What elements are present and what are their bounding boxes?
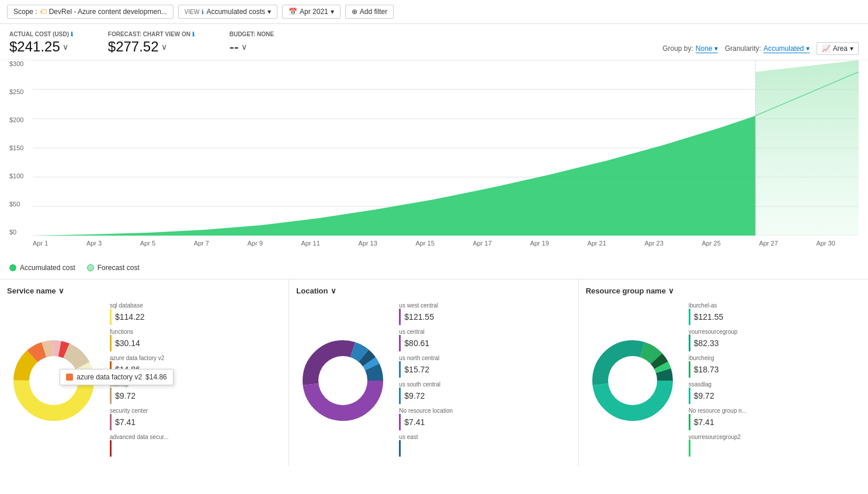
y-axis-labels: $300 $250 $200 $150 $100 $50 $0	[9, 60, 23, 236]
legend-rg-name: No resource group n...	[689, 407, 782, 414]
svg-point-25	[318, 356, 367, 405]
list-item: us south central $9.72	[399, 381, 571, 404]
legend-rg-name: yourresourcegroup2	[689, 434, 782, 440]
location-panel-header[interactable]: Location ∨	[296, 286, 571, 295]
legend-location-name: us central	[399, 329, 492, 335]
forecast-legend-dot	[87, 264, 94, 271]
info-icon: ℹ	[202, 9, 204, 15]
resource-group-panel-header[interactable]: Resource group name ∨	[586, 286, 861, 295]
legend-amount: $9.72	[110, 388, 282, 404]
scope-icon: 🏷	[40, 8, 47, 16]
legend-bar	[399, 414, 401, 430]
toolbar: Scope : 🏷 DevRel - Azure content develop…	[0, 0, 868, 24]
location-legend: us west central $121.55 us central $80.6…	[399, 302, 571, 459]
add-filter-label: Add filter	[360, 8, 387, 16]
list-item: security center $7.41	[110, 407, 282, 430]
view-value: Accumulated costs	[206, 8, 265, 16]
resource-group-panel-content: iburchel-as $121.55 yourresourcegroup $8…	[586, 302, 861, 459]
chevron-down-icon: ▾	[331, 8, 334, 16]
list-item: advanced data secur...	[110, 434, 282, 457]
forecast-value[interactable]: $277.52 ∨	[108, 39, 195, 55]
legend-service-name: advanced data secur...	[110, 434, 203, 440]
budget-metric: BUDGET: NONE -- ∨	[230, 31, 274, 55]
legend-bar	[110, 440, 112, 457]
legend-rg-name: yourresourcegroup	[689, 329, 782, 335]
legend-amount	[399, 440, 571, 457]
actual-cost-metric: ACTUAL COST (USD) ℹ $241.25 ∨	[9, 31, 73, 55]
chart-controls: Group by: None ▾ Granularity: Accumulate…	[662, 42, 859, 55]
resource-group-legend: iburchel-as $121.55 yourresourcegroup $8…	[689, 302, 861, 459]
accumulated-legend-dot	[9, 264, 16, 271]
list-item: yourresourcegroup $82.33	[689, 329, 861, 351]
legend-bar	[110, 414, 112, 430]
legend-service-name: sql database	[110, 302, 203, 309]
legend-amount: $121.55	[689, 309, 861, 325]
scope-button[interactable]: Scope : 🏷 DevRel - Azure content develop…	[7, 5, 173, 19]
chevron-down-icon: ▾	[850, 44, 853, 53]
area-view-button[interactable]: 📈 Area ▾	[817, 42, 859, 55]
legend-rg-name: ssasdlag	[689, 381, 782, 388]
group-by-value[interactable]: None ▾	[696, 44, 718, 53]
legend-amount: $7.41	[110, 414, 282, 430]
legend-amount: $80.61	[399, 335, 571, 351]
legend-bar	[399, 361, 401, 378]
chevron-down-icon: ∨	[161, 42, 167, 51]
legend-bar	[399, 440, 401, 457]
location-title: Location	[296, 286, 328, 295]
legend-rg-name: iburchel-as	[689, 302, 782, 309]
location-donut-chart	[296, 334, 390, 427]
legend-location-name: us west central	[399, 302, 492, 309]
chevron-down-icon: ∨	[668, 286, 674, 295]
chart-area: $300 $250 $200 $150 $100 $50 $0 Apr 1	[0, 60, 868, 259]
list-item: iburcheirg $18.73	[689, 355, 861, 378]
forecast-legend-item: Forecast cost	[87, 264, 140, 272]
service-name-title: Service name	[7, 286, 56, 295]
tooltip-color-box	[66, 374, 73, 381]
area-chart	[33, 60, 859, 236]
svg-marker-8	[33, 116, 755, 236]
legend-amount: $15.72	[399, 361, 571, 378]
resource-group-panel: Resource group name ∨ iburchel-as	[579, 279, 868, 466]
date-button[interactable]: 📅 Apr 2021 ▾	[282, 5, 341, 19]
granularity-value[interactable]: Accumulated ▾	[763, 44, 810, 53]
metrics-bar: ACTUAL COST (USD) ℹ $241.25 ∨ FORECAST: …	[0, 24, 868, 60]
view-label: VIEW	[185, 9, 200, 15]
legend-bar	[689, 388, 690, 404]
location-panel: Location ∨ us west central	[289, 279, 578, 466]
legend-location-name: us east	[399, 434, 492, 440]
chevron-down-icon: ∨	[331, 286, 336, 295]
chevron-down-icon: ∨	[63, 42, 68, 51]
service-name-panel-content: azure data factory v2 $14.86 sql databas…	[7, 302, 282, 459]
add-filter-button[interactable]: ⊕ Add filter	[345, 5, 394, 19]
tooltip-service: azure data factory v2	[77, 373, 142, 381]
chevron-down-icon: ∨	[241, 42, 247, 51]
list-item: iburchel-as $121.55	[689, 302, 861, 325]
scope-value: DevRel - Azure content developmen...	[49, 8, 167, 16]
service-tooltip: azure data factory v2 $14.86	[60, 369, 173, 385]
legend-amount: $18.73	[689, 361, 861, 378]
budget-value[interactable]: -- ∨	[230, 39, 274, 55]
list-item: functions $30.14	[110, 329, 282, 351]
legend-bar	[110, 335, 112, 351]
forecast-label: FORECAST: CHART VIEW ON ℹ	[108, 31, 195, 37]
list-item: No resource group n... $7.41	[689, 407, 861, 430]
resource-group-donut	[586, 334, 679, 427]
actual-cost-value[interactable]: $241.25 ∨	[9, 39, 73, 55]
tooltip-amount: $14.86	[145, 373, 167, 381]
chevron-down-icon: ∨	[58, 286, 64, 295]
service-name-panel-header[interactable]: Service name ∨	[7, 286, 282, 295]
date-value: Apr 2021	[300, 8, 328, 16]
view-button[interactable]: VIEW ℹ Accumulated costs ▾	[178, 5, 277, 19]
info-icon: ℹ	[192, 31, 195, 37]
legend-amount	[689, 440, 861, 457]
legend-bar	[689, 309, 690, 325]
legend-amount: $30.14	[110, 335, 282, 351]
legend-bar	[689, 361, 690, 378]
legend-bar	[689, 414, 690, 430]
resource-group-donut-chart	[586, 334, 679, 427]
legend-location-name: us south central	[399, 381, 492, 388]
resource-group-title: Resource group name	[586, 286, 666, 295]
accumulated-legend-label: Accumulated cost	[20, 264, 75, 272]
granularity-control: Granularity: Accumulated ▾	[725, 44, 810, 53]
legend-service-name: azure data factory v2	[110, 355, 203, 361]
